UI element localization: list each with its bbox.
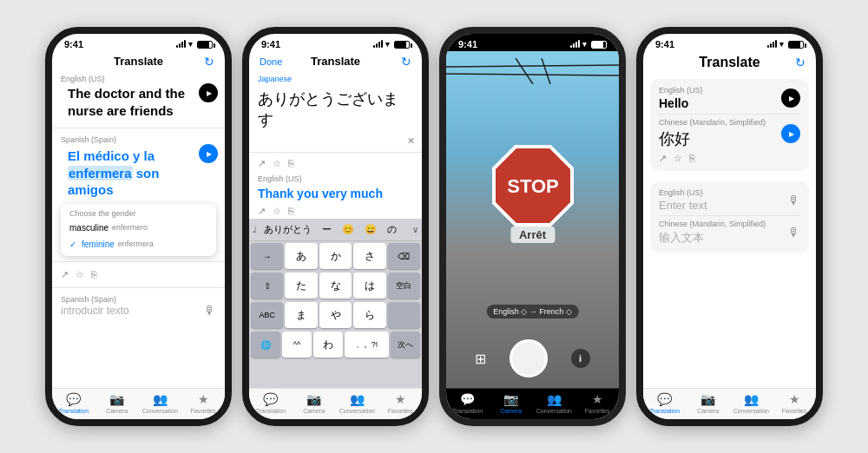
- copy-icon-1[interactable]: ⎘: [91, 269, 97, 279]
- card2-target-placeholder[interactable]: 输入文本: [659, 230, 766, 246]
- tab-camera-1[interactable]: 📷 Camera: [95, 392, 139, 414]
- card1-star-icon[interactable]: ☆: [674, 153, 682, 164]
- suggestion-4[interactable]: 😄: [361, 222, 380, 237]
- card1-share-icon[interactable]: ↗: [659, 153, 667, 164]
- kb-key-arrow[interactable]: →: [251, 243, 283, 269]
- kb-row-1: → あ か さ ⌫: [249, 241, 422, 271]
- share-icon-2b[interactable]: ↗: [258, 206, 266, 217]
- tab-translation-2[interactable]: 💬 Translation: [249, 392, 293, 414]
- refresh-icon-2[interactable]: ↻: [401, 55, 411, 69]
- copy-icon-2b[interactable]: ⎘: [288, 206, 294, 217]
- kb-key-wa[interactable]: わ: [313, 332, 343, 358]
- svg-line-5: [542, 58, 550, 84]
- translate-body-4: English (US) Hello Chinese (Mandarin, Si…: [643, 74, 816, 388]
- tab-conversation-icon-2: 👥: [350, 392, 365, 406]
- card1-copy-icon[interactable]: ⎘: [689, 153, 695, 164]
- tab-camera-2[interactable]: 📷 Camera: [293, 392, 336, 414]
- gallery-button-3[interactable]: ⊞: [475, 351, 486, 367]
- kb-key-a[interactable]: あ: [285, 243, 317, 269]
- suggest-expand[interactable]: ∨: [412, 225, 418, 234]
- refresh-icon-4[interactable]: ↻: [795, 56, 806, 69]
- translated-text-1: El médico y la enfermera son amigos: [59, 144, 199, 202]
- tab-conversation-1[interactable]: 👥 Conversation: [139, 392, 182, 414]
- tab-conversation-label-3: Conversation: [536, 408, 572, 414]
- tab-camera-label-4: Camera: [697, 408, 719, 414]
- shutter-button-3[interactable]: [510, 339, 548, 378]
- gender-masculine-option[interactable]: masculine enfermero: [61, 220, 216, 236]
- kb-key-sa[interactable]: さ: [353, 243, 385, 269]
- info-button-3[interactable]: i: [571, 349, 590, 368]
- card2-source-placeholder[interactable]: Enter text: [659, 199, 707, 212]
- suggest-left-arrow[interactable]: ♩: [253, 225, 257, 234]
- kb-key-space[interactable]: 空白: [388, 272, 420, 299]
- tab-translation-4[interactable]: 💬 Translation: [643, 392, 687, 414]
- tab-favorites-2[interactable]: ★ Favorites: [378, 392, 422, 414]
- star-icon-2b[interactable]: ☆: [273, 206, 281, 217]
- play-card1-target-button[interactable]: [781, 124, 800, 143]
- kb-key-ta[interactable]: た: [285, 272, 317, 299]
- action-icons-1: ↗ ☆ ⎘: [52, 266, 225, 284]
- tab-translation-label-3: Translation: [453, 408, 483, 414]
- app-header-2: Done Translate ↻: [249, 51, 422, 71]
- translate-body-2: Japanese ありがとうございます ✕ ↗ ☆ ⎘ English (US)…: [249, 71, 422, 388]
- suggestion-3[interactable]: 😊: [339, 222, 358, 237]
- signal-icon-4: [767, 41, 777, 48]
- kb-key-punct[interactable]: 、。?!: [345, 332, 389, 358]
- tab-camera-4[interactable]: 📷 Camera: [687, 392, 730, 414]
- suggestion-5[interactable]: の: [384, 221, 400, 238]
- tab-favorites-1[interactable]: ★ Favorites: [181, 392, 225, 414]
- gender-feminine-option[interactable]: feminine enfermera: [61, 236, 216, 253]
- star-icon-2[interactable]: ☆: [273, 158, 281, 169]
- suggestion-2[interactable]: ー: [319, 221, 335, 238]
- tab-translation-3[interactable]: 💬 Translation: [446, 392, 490, 414]
- tab-conversation-label-2: Conversation: [339, 408, 375, 414]
- play-card1-button[interactable]: [781, 89, 800, 108]
- input-card2-row1: English (US) Enter text 🎙: [659, 188, 800, 212]
- tab-translation-icon-4: 💬: [657, 392, 672, 406]
- tab-conversation-3[interactable]: 👥 Conversation: [533, 392, 576, 414]
- tab-favorites-4[interactable]: ★ Favorites: [773, 392, 816, 414]
- kb-key-globe[interactable]: 🌐: [251, 332, 280, 358]
- tab-camera-label-2: Camera: [303, 408, 325, 414]
- share-icon-2[interactable]: ↗: [258, 158, 266, 169]
- target-placeholder-1[interactable]: introducir texto: [61, 305, 129, 317]
- tab-translation-1[interactable]: 💬 Translation: [52, 392, 95, 414]
- tab-bar-2: 💬 Translation 📷 Camera 👥 Conversation ★ …: [249, 388, 422, 419]
- kb-key-ka[interactable]: か: [319, 243, 352, 269]
- tab-camera-3[interactable]: 📷 Camera: [490, 392, 533, 414]
- kb-key-ra[interactable]: ら: [353, 302, 385, 328]
- kb-key-shift[interactable]: ⇧: [251, 272, 283, 299]
- kb-key-caret[interactable]: ^^: [282, 332, 312, 358]
- kb-key-next[interactable]: 次へ: [391, 332, 420, 358]
- play-source-button-1[interactable]: [199, 83, 218, 102]
- kb-key-ha[interactable]: は: [353, 272, 385, 299]
- play-translated-button-1[interactable]: [199, 144, 218, 163]
- share-icon-1[interactable]: ↗: [61, 269, 69, 280]
- source-lang-label-2: Japanese: [249, 71, 422, 83]
- mic-icon-1[interactable]: 🎙: [204, 304, 216, 318]
- kb-key-ya[interactable]: や: [319, 302, 352, 328]
- kb-key-delete[interactable]: ⌫: [388, 243, 420, 269]
- mic-icon-4[interactable]: 🎙: [788, 194, 800, 207]
- tab-favorites-3[interactable]: ★ Favorites: [575, 392, 619, 414]
- kb-key-ma[interactable]: ま: [285, 302, 317, 328]
- clear-icon-2[interactable]: ✕: [407, 135, 415, 147]
- copy-icon-2[interactable]: ⎘: [288, 158, 294, 169]
- kb-key-na[interactable]: な: [319, 272, 352, 299]
- star-icon-1[interactable]: ☆: [76, 269, 84, 280]
- tab-bar-1: 💬 Translation 📷 Camera 👥 Conversation ★ …: [52, 388, 225, 419]
- tab-conversation-2[interactable]: 👥 Conversation: [336, 392, 379, 414]
- tab-conversation-icon-3: 👥: [547, 392, 562, 406]
- tab-favorites-icon-2: ★: [395, 392, 406, 406]
- refresh-icon-1[interactable]: ↻: [204, 55, 214, 69]
- lang-bar-3[interactable]: English ◇ → French ◇: [486, 305, 579, 318]
- suggestion-1[interactable]: ありがとう: [260, 221, 315, 238]
- card2-source-lang: English (US): [659, 188, 707, 197]
- tab-conversation-4[interactable]: 👥 Conversation: [730, 392, 773, 414]
- done-button-2[interactable]: Done: [260, 56, 282, 67]
- kb-key-return[interactable]: [388, 302, 420, 328]
- battery-icon-4: [788, 41, 804, 49]
- kb-key-abc[interactable]: ABC: [251, 302, 283, 328]
- mic-icon-4b[interactable]: 🎙: [788, 226, 800, 240]
- phone-4: 9:41 ▾ Translate ↻ English (US) Hello: [636, 27, 823, 426]
